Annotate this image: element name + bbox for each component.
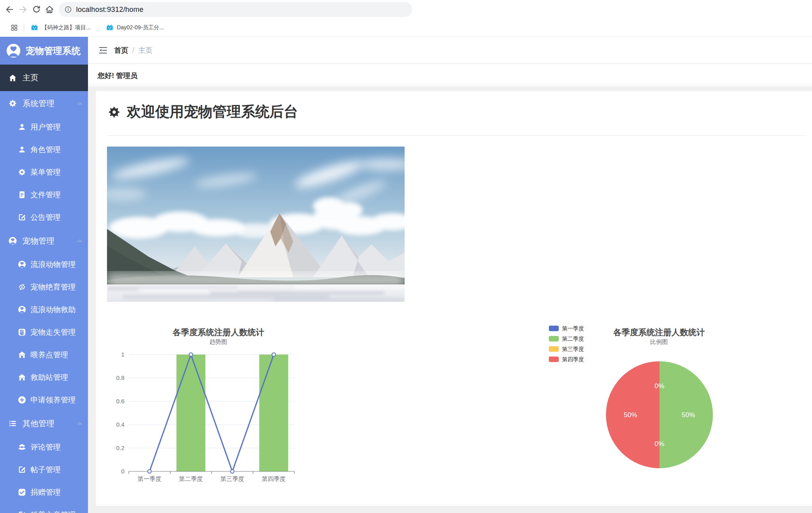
hand-icon <box>17 328 27 337</box>
legend-swatch <box>549 336 559 341</box>
svg-text:第一季度: 第一季度 <box>138 475 161 482</box>
line-bar-chart: 各季度系统注册人数统计 趋势图 00.20.40.60.81第一季度第二季度第三… <box>107 321 416 503</box>
bookmark-label: Day02-09-员工分... <box>117 24 164 31</box>
sidebar-item[interactable]: 捐赠管理 <box>0 481 88 503</box>
sidebar-section[interactable]: 系统管理 <box>0 91 88 116</box>
sidebar-item[interactable]: 喂养点管理 <box>0 343 88 366</box>
bookmarks-separator <box>24 23 24 32</box>
sidebar-item[interactable]: 用户管理 <box>0 116 88 138</box>
user-icon <box>17 145 27 154</box>
url-text: localhost:9312/home <box>76 6 143 14</box>
sidebar-section[interactable]: 宠物管理 <box>0 229 88 253</box>
legend-item[interactable]: 第四季度 <box>549 357 584 362</box>
house-icon <box>17 373 27 382</box>
app-title: 宠物管理系统 <box>26 45 80 57</box>
sidebar-item[interactable]: 公告管理 <box>0 206 88 229</box>
legend-item[interactable]: 第二季度 <box>549 336 584 341</box>
reload-icon[interactable] <box>32 5 41 14</box>
sidebar-item[interactable]: 菜单管理 <box>0 161 88 183</box>
sidebar-item[interactable]: 角色管理 <box>0 138 88 161</box>
chart-subtitle: 趋势图 <box>210 338 227 345</box>
bookmarks-bar: 【码神之路】项目...Day02-09-员工分... <box>0 19 812 37</box>
sidebar-item[interactable]: 帖子管理 <box>0 458 88 481</box>
svg-text:第三季度: 第三季度 <box>220 475 244 482</box>
sidebar-item[interactable]: 宠物走失管理 <box>0 321 88 343</box>
svg-text:0.2: 0.2 <box>116 444 124 451</box>
sidebar-section[interactable]: 其他管理 <box>0 411 88 436</box>
gear-icon <box>107 105 121 119</box>
breadcrumb-home[interactable]: 首页 <box>114 46 128 55</box>
sidebar-item-label: 科普文章管理 <box>31 510 76 513</box>
legend-swatch <box>549 326 559 331</box>
svg-text:50%: 50% <box>624 411 637 419</box>
app-logo: 宠物管理系统 <box>0 37 88 65</box>
greeting-bar: 您好! 管理员 <box>88 64 812 87</box>
back-icon[interactable] <box>5 5 14 14</box>
sidebar-item-label: 角色管理 <box>31 145 61 155</box>
legend-item[interactable]: 第一季度 <box>549 326 584 331</box>
svg-text:0.8: 0.8 <box>116 374 124 381</box>
bookmark-item[interactable]: 【码神之路】项目... <box>31 24 91 32</box>
sidebar-item-home[interactable]: 主页 <box>0 65 88 91</box>
chart-title: 各季度系统注册人数统计 <box>172 328 264 337</box>
bilibili-icon <box>106 24 114 32</box>
greeting-text: 您好! 管理员 <box>97 71 138 80</box>
house-icon <box>17 350 27 359</box>
legend-swatch <box>549 346 559 352</box>
page-title: 欢迎使用宠物管理系统后台 <box>127 102 298 122</box>
pet-icon <box>17 260 27 269</box>
browser-toolbar: localhost:9312/home <box>0 0 812 19</box>
chevron-up-icon <box>76 237 83 244</box>
svg-text:第二季度: 第二季度 <box>179 475 203 482</box>
svg-text:0.6: 0.6 <box>116 398 124 404</box>
refresh-icon <box>17 282 27 292</box>
home-toolbar-icon[interactable] <box>45 5 54 14</box>
sidebar-item[interactable]: 文件管理 <box>0 183 88 206</box>
sidebar-item-label: 流浪动物救助 <box>31 305 76 315</box>
sidebar-item[interactable]: 科普文章管理 <box>0 503 88 513</box>
sidebar-item[interactable]: 申请领养管理 <box>0 389 88 411</box>
pie-chart: 各季度系统注册人数统计 比例图 0%50%0%50% <box>587 321 737 503</box>
bookmark-item[interactable]: Day02-09-员工分... <box>106 24 164 32</box>
pet-icon <box>17 305 27 314</box>
fold-menu-icon[interactable] <box>98 46 108 55</box>
scenery-image <box>107 147 405 302</box>
legend-label: 第一季度 <box>562 326 584 331</box>
sidebar-item-label: 申请领养管理 <box>31 395 76 405</box>
sidebar-section-label: 其他管理 <box>23 418 54 429</box>
chevron-up-icon <box>76 420 83 427</box>
sidebar: 宠物管理系统 主页系统管理用户管理角色管理菜单管理文件管理公告管理宠物管理流浪动… <box>0 37 88 513</box>
info-icon[interactable] <box>64 6 72 13</box>
list-icon <box>8 419 17 428</box>
content-card: 欢迎使用宠物管理系统后台 <box>96 91 812 506</box>
sidebar-section-label: 系统管理 <box>23 98 54 109</box>
check-badge-icon <box>17 488 27 497</box>
forward-icon[interactable] <box>18 5 28 14</box>
sidebar-item[interactable]: 救助站管理 <box>0 366 88 389</box>
legend-label: 第四季度 <box>562 357 584 362</box>
home-icon <box>8 73 17 83</box>
sidebar-item[interactable]: 流浪动物救助 <box>0 298 88 321</box>
chevron-up-icon <box>76 100 83 107</box>
people-icon <box>17 442 27 452</box>
title-divider <box>107 135 806 136</box>
breadcrumb-current: 主页 <box>138 46 153 55</box>
apps-grid-icon[interactable] <box>10 24 18 32</box>
sidebar-item[interactable]: 宠物绝育管理 <box>0 276 88 298</box>
edit-icon <box>17 465 27 474</box>
document-icon <box>17 190 27 199</box>
pie-title: 各季度系统注册人数统计 <box>613 328 705 337</box>
svg-text:0%: 0% <box>655 382 665 390</box>
legend-item[interactable]: 第三季度 <box>549 346 584 352</box>
sidebar-item[interactable]: 流浪动物管理 <box>0 253 88 276</box>
sidebar-item-label: 捐赠管理 <box>31 487 61 498</box>
sidebar-item-label: 主页 <box>23 72 38 83</box>
pet-icon <box>8 236 17 246</box>
sidebar-item[interactable]: 评论管理 <box>0 436 88 458</box>
sidebar-section-label: 宠物管理 <box>23 236 54 246</box>
svg-text:50%: 50% <box>682 411 695 419</box>
sidebar-item-label: 公告管理 <box>31 212 61 223</box>
url-bar[interactable]: localhost:9312/home <box>59 2 412 17</box>
sidebar-menu: 主页系统管理用户管理角色管理菜单管理文件管理公告管理宠物管理流浪动物管理宠物绝育… <box>0 65 88 513</box>
svg-text:0: 0 <box>121 468 124 475</box>
